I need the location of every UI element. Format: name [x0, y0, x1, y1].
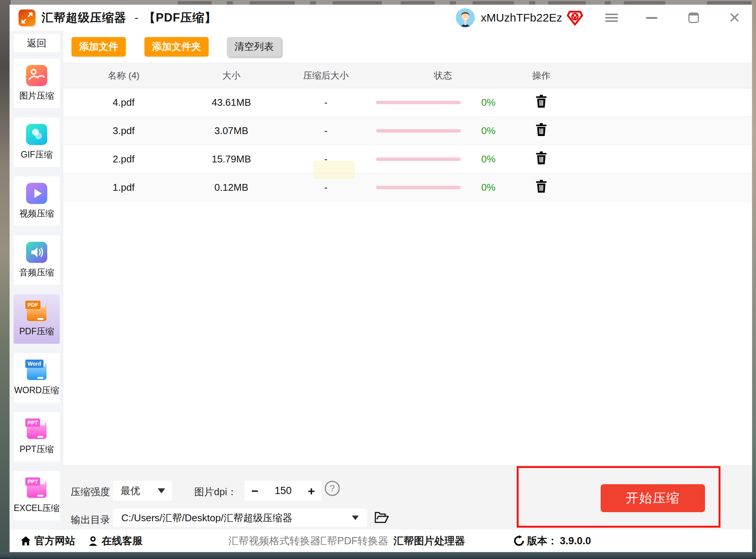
page-title: 【PDF压缩】	[144, 10, 217, 26]
online-service-label: 在线客服	[102, 534, 143, 548]
strength-select[interactable]: 最优	[113, 481, 172, 501]
delete-row-button[interactable]	[513, 180, 570, 195]
browse-folder-icon[interactable]	[374, 510, 389, 525]
sidebar-item-音频压缩[interactable]: 音频压缩	[14, 235, 60, 285]
delete-row-button[interactable]	[513, 151, 570, 167]
toolbar: 添加文件 添加文件夹 清空列表	[63, 31, 752, 63]
folder-fold	[40, 420, 45, 425]
online-service-link[interactable]: 在线客服	[87, 530, 143, 552]
help-icon[interactable]: ?	[325, 481, 340, 496]
progress-bar	[373, 101, 464, 104]
back-button[interactable]: 返回	[14, 34, 60, 52]
folder-badge: PPT	[25, 477, 40, 486]
footer: 官方网站 在线客服 汇帮视频格式转换器 汇帮PDF转换器 汇帮图片处理器	[10, 529, 752, 552]
app-logo-icon	[19, 9, 36, 26]
sidebar-item-label: PDF压缩	[19, 326, 54, 337]
main-panel: 添加文件 添加文件夹 清空列表 名称 (4) 大小 压缩后大小 状态 操作 4.…	[63, 31, 752, 552]
chevron-down-icon	[352, 516, 359, 520]
dpi-decrease-button[interactable]: −	[251, 485, 259, 497]
col-header-after-size: 压缩后大小	[279, 69, 373, 82]
table-empty-area	[63, 202, 752, 465]
sidebar-item-PDF压缩[interactable]: PDFPDF压缩	[14, 294, 60, 344]
strength-label: 压缩强度：	[71, 485, 120, 499]
start-compress-button[interactable]: 开始压缩	[601, 484, 705, 512]
delete-row-button[interactable]	[513, 123, 570, 139]
sidebar: 返回 图片压缩GIF压缩视频压缩音频压缩PDFPDF压缩WordWORD压缩PP…	[10, 31, 63, 552]
dpi-label: 图片dpi：	[194, 485, 237, 499]
minimize-icon[interactable]	[646, 17, 657, 19]
pdf-folder-icon: PDF	[26, 301, 47, 322]
dpi-stepper: − 150 +	[245, 481, 322, 501]
version-number: 3.9.0.0	[560, 535, 591, 547]
sidebar-item-图片压缩[interactable]: 图片压缩	[14, 59, 60, 108]
table-row-2.pdf: 2.pdf15.79MB-0%	[63, 145, 752, 173]
video-converter-link[interactable]: 汇帮视频格式转换器	[228, 530, 320, 552]
gif-compress-icon	[26, 124, 47, 145]
table-header: 名称 (4) 大小 压缩后大小 状态 操作	[63, 63, 752, 88]
sidebar-item-WORD压缩[interactable]: WordWORD压缩	[14, 353, 60, 403]
folder-dash	[37, 377, 43, 379]
sidebar-item-label: 图片压缩	[19, 90, 54, 102]
version-label: 版本：	[527, 534, 558, 548]
sidebar-item-GIF压缩[interactable]: GIF压缩	[14, 117, 60, 167]
pdf-converter-label: 汇帮PDF转换器	[317, 534, 388, 548]
file-name: 2.pdf	[63, 153, 184, 165]
dpi-increase-button[interactable]: +	[308, 485, 315, 497]
trash-icon	[536, 95, 547, 108]
sidebar-item-EXCEL压缩[interactable]: PPTEXCEL压缩	[14, 471, 60, 520]
clear-list-button[interactable]: 清空列表	[227, 37, 281, 57]
sidebar-item-label: GIF压缩	[21, 149, 53, 161]
watermark	[313, 161, 355, 179]
desktop-background: 汇帮超级压缩器 - 【PDF压缩】 xMUzhTFb22Ez	[0, 0, 756, 559]
folder-fold	[40, 302, 45, 307]
image-compress-icon	[26, 65, 47, 86]
folder-badge: Word	[25, 360, 43, 368]
maximize-icon[interactable]	[688, 12, 699, 23]
home-icon	[20, 535, 31, 547]
pdf-converter-link[interactable]: 汇帮PDF转换器	[317, 530, 388, 552]
file-name: 4.pdf	[63, 97, 184, 108]
output-dir-path: C:/Users/汇帮/Desktop/汇帮超级压缩器	[121, 511, 292, 525]
sidebar-item-PPT压缩[interactable]: PPTPPT压缩	[14, 412, 60, 462]
image-processor-link[interactable]: 汇帮图片处理器	[393, 530, 465, 552]
table-row-1.pdf: 1.pdf0.12MB-0%	[63, 173, 752, 202]
sidebar-item-label: 视频压缩	[19, 208, 54, 219]
progress-percent: 0%	[464, 182, 513, 193]
col-header-name: 名称 (4)	[63, 69, 184, 82]
trash-icon	[536, 151, 547, 164]
refresh-icon[interactable]	[513, 535, 525, 547]
vip-badge-icon[interactable]	[567, 9, 583, 26]
progress-bar	[373, 186, 464, 189]
progress-percent: 0%	[464, 153, 513, 165]
strength-value: 最优	[121, 484, 140, 497]
add-file-button[interactable]: 添加文件	[71, 37, 126, 57]
compressed-size: -	[279, 125, 373, 137]
output-dir-select[interactable]: C:/Users/汇帮/Desktop/汇帮超级压缩器	[113, 509, 367, 527]
menu-icon[interactable]	[605, 12, 618, 24]
output-dir-label: 输出目录：	[71, 513, 120, 527]
desktop-bottom-edge	[0, 552, 756, 559]
file-size: 0.12MB	[184, 182, 279, 193]
version-info: 版本： 3.9.0.0	[513, 530, 591, 552]
delete-row-button[interactable]	[513, 95, 570, 110]
folder-dash	[37, 436, 43, 438]
sidebar-item-label: PPT压缩	[20, 443, 54, 455]
trash-icon	[536, 123, 547, 136]
file-size: 43.61MB	[184, 97, 279, 108]
progress-bar	[373, 129, 464, 133]
image-processor-label: 汇帮图片处理器	[393, 534, 465, 548]
file-size: 15.79MB	[184, 153, 279, 165]
table-row-4.pdf: 4.pdf43.61MB-0%	[63, 88, 752, 117]
progress-percent: 0%	[464, 125, 513, 137]
sidebar-item-视频压缩[interactable]: 视频压缩	[14, 176, 60, 226]
settings-panel: 压缩强度： 最优 图片dpi： − 150 + ? 输出目录： C:/Users…	[63, 465, 752, 529]
official-site-link[interactable]: 官方网站	[20, 530, 75, 552]
add-folder-button[interactable]: 添加文件夹	[144, 37, 209, 57]
compressed-size: -	[279, 97, 373, 108]
col-header-status: 状态	[373, 69, 513, 82]
close-icon[interactable]: ✕	[728, 11, 741, 25]
user-avatar[interactable]	[456, 8, 475, 27]
table-row-3.pdf: 3.pdf3.07MB-0%	[63, 117, 752, 145]
folder-badge: PDF	[25, 301, 40, 309]
desktop-wallpaper-left-edge	[0, 0, 11, 559]
